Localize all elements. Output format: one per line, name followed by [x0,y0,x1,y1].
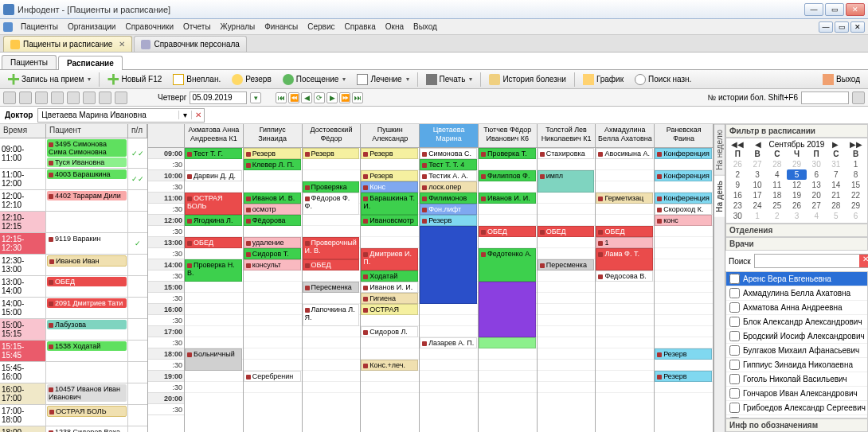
calendar-day[interactable]: 30 [728,211,748,221]
cal-next[interactable]: ▶ [829,140,842,149]
calendar-day[interactable]: 6 [846,211,866,221]
doctor-checkbox[interactable] [729,274,740,284]
menu-windows[interactable]: Окна [381,21,409,33]
calendar-day[interactable]: 27 [807,200,827,211]
appointment[interactable]: Конс [361,181,418,193]
patient-card[interactable]: ОБЕД [47,277,127,286]
visit-button[interactable]: Посещение▾ [278,72,351,88]
mdi-restore-button[interactable]: ▭ [835,21,849,33]
appointment[interactable]: Скороход К. Ю. [655,204,712,215]
calendar-day[interactable]: 25 [767,200,787,211]
calendar-day[interactable]: 4 [807,211,827,221]
calendar-day[interactable]: 26 [787,200,807,211]
doctor-column-header[interactable]: Ахмадулина Белла Ахатовна [596,124,654,148]
doctor-column-header[interactable]: Раневская Фаина [655,124,713,148]
mdi-minimize-button[interactable]: — [819,21,833,33]
appointment[interactable]: Авосикына А. Е. [596,148,653,159]
appointment[interactable]: Ходатай [361,270,418,282]
nav-first[interactable]: ⏮ [276,92,287,103]
menu-reports[interactable]: Отчеты [178,21,216,33]
menu-refs[interactable]: Справочники [120,21,178,33]
appointment[interactable]: консульт [244,259,301,270]
calendar-day[interactable]: 2 [767,211,787,221]
doctor-combo[interactable]: Цветаева Марина Ивановна ▾ ✕ [37,108,205,123]
appointment[interactable]: импл [538,170,595,193]
menu-patients[interactable]: Пациенты [16,21,63,33]
appointment[interactable]: Проверка Т. [479,148,536,159]
appointment[interactable]: Пересменка [303,282,360,293]
calendar[interactable]: ◀◀ ◀ Сентябрь 2019 ▶ ▶▶ ПВСЧПСВ262728293… [725,138,868,224]
calendar-day[interactable]: 4 [767,169,787,180]
calendar-day[interactable]: 6 [807,169,827,180]
calendar-day[interactable]: 29 [846,200,866,211]
doc-tab-close-icon[interactable]: ✕ [119,40,125,49]
calendar-day[interactable]: 10 [748,180,768,190]
calendar-day[interactable]: 5 [827,211,846,221]
nav-next2[interactable]: ⏩ [339,92,350,103]
appointment[interactable]: Конференция [655,148,712,159]
appointment[interactable]: Дмитриев И. П. [361,248,418,270]
appointment[interactable]: Иванов И. И. [361,282,418,293]
doctor-checkbox[interactable] [729,331,740,341]
appointment[interactable]: Лапочкина Л. Я. [303,304,360,326]
appointment[interactable]: лоск.опер [420,181,477,193]
calendar-day[interactable]: 16 [728,190,748,200]
doc-tab-personnel[interactable]: Справочник персонала [134,36,246,52]
appointment[interactable] [479,282,536,337]
appointment[interactable]: ОБЕД [185,237,242,248]
appointment[interactable]: Ягодкина Л. [185,215,242,226]
appointment[interactable]: Гигиена [361,293,418,304]
calendar-day[interactable]: 3 [787,211,807,221]
appointment[interactable]: Сидоров Л. [361,326,418,337]
appointment[interactable]: Проверяка [303,181,360,193]
search-prescriptions-button[interactable]: Поиск назн. [630,72,696,88]
patient-card[interactable]: 9119 Варакин [47,234,127,243]
maximize-button[interactable]: ▭ [825,3,844,16]
util-btn-4[interactable] [51,91,64,104]
calendar-day[interactable]: 21 [827,190,846,200]
appointment[interactable]: Конференция [655,193,712,204]
doctor-column-header[interactable]: Ахматова Анна Андреевна К1 [185,124,243,148]
tab-patients[interactable]: Пациенты [2,55,57,69]
doctor-checkbox[interactable] [729,317,740,327]
doctor-checkbox[interactable] [729,288,740,298]
left-row[interactable]: 16:00-17:0010457 Иванов Иван Иванович [0,383,147,405]
patient-card[interactable]: Иванов Иван [47,255,127,267]
appointment[interactable]: ОБЕД [596,226,653,237]
calendar-day[interactable]: 15 [846,180,866,190]
doctor-column-header[interactable]: Достоевский Фёдор [303,124,361,148]
appointment[interactable] [420,226,477,304]
menu-exit[interactable]: Выход [409,21,442,33]
doctor-cells[interactable]: Резерв доктораКлевер Л. П.Иванов И. В.ос… [244,148,302,432]
doctor-column-header[interactable]: Пушкин Александр [361,124,419,148]
appointment[interactable]: Проверка Н. В. [185,259,242,282]
calendar-day[interactable]: 11 [767,180,787,190]
appointment[interactable]: Лазарев А. П. [420,337,477,348]
side-tab-day[interactable]: На день [714,175,725,217]
appointment[interactable]: Тест Т. Г. [185,148,242,159]
left-row[interactable]: 12:10-12:15 [0,212,147,233]
doctor-checkbox[interactable] [729,345,740,356]
left-row[interactable]: 12:30-13:00Иванов Иван [0,255,147,276]
appointment[interactable]: ОБЕД [303,259,360,270]
calendar-day[interactable]: 8 [846,169,866,180]
appointment[interactable]: Резерв доктора [361,170,418,181]
date-input[interactable] [190,91,247,104]
cal-prev-year[interactable]: ◀◀ [728,140,747,149]
util-btn-1[interactable] [3,91,16,104]
calendar-day[interactable]: 14 [827,180,846,190]
patient-card[interactable]: 1238 Сидоров Ваха Лапалович [47,427,127,432]
appointment[interactable]: Иванов И. В. [244,193,301,204]
util-btn-6[interactable] [83,91,96,104]
menu-service[interactable]: Сервис [303,21,339,33]
doctor-cells[interactable]: Резерв доктораПроверякаФёдоров Ф. Ф.Пров… [303,148,361,432]
appointment[interactable]: удаление [244,237,301,248]
doctor-combo-dropdown[interactable]: ▾ [178,111,191,119]
doctor-column-header[interactable]: Цветаева Марина [420,124,478,148]
doctor-checkbox[interactable] [729,388,740,399]
appointment[interactable]: Резерв клиники [420,215,477,226]
appointment[interactable]: осмотр [244,204,301,215]
appointment[interactable]: Тестик А. А. [420,170,477,181]
left-row[interactable]: 18:00-20:001238 Сидоров Ваха Лапалович [0,426,147,432]
util-btn-7[interactable] [99,91,111,104]
